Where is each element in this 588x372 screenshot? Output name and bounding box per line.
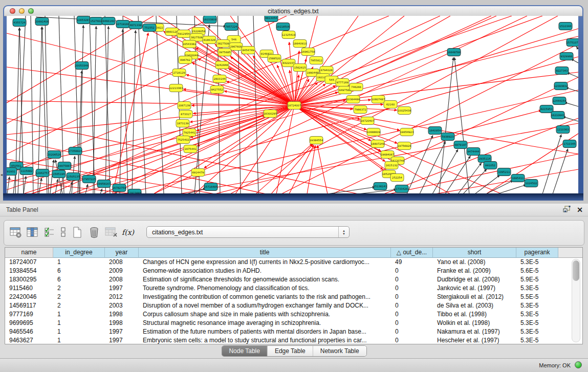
close-icon[interactable]: ✕: [577, 206, 583, 214]
graph-node[interactable]: 7925441: [183, 129, 196, 137]
table-row[interactable]: 969969511998Structural magnetic resonanc…: [5, 319, 582, 327]
graph-node[interactable]: 8660128: [165, 28, 179, 36]
delete-table-icon[interactable]: [104, 225, 118, 239]
graph-node[interactable]: 9777169: [336, 79, 349, 86]
unselect-all-icon[interactable]: [60, 225, 67, 239]
graph-node[interactable]: 19384554: [310, 137, 323, 144]
graph-node[interactable]: 16961758: [301, 48, 315, 56]
graph-node[interactable]: 3827508: [216, 40, 230, 48]
graph-node[interactable]: 18300295: [264, 110, 277, 118]
graph-node[interactable]: 8186328: [203, 36, 216, 44]
graph-node[interactable]: 10807487: [372, 96, 385, 103]
graph-node[interactable]: 1710345: [563, 140, 576, 148]
graph-node[interactable]: 7986372: [354, 106, 367, 114]
table-row[interactable]: 1938455462009Genome-wide association stu…: [5, 267, 582, 275]
graph-node[interactable]: 16210643: [551, 112, 564, 119]
graph-node[interactable]: 746266: [350, 83, 363, 91]
graph-node[interactable]: 20364486: [346, 96, 360, 103]
panel-collapse-arrow[interactable]: ◂: [1, 173, 3, 177]
tab-node-table[interactable]: Node Table: [222, 346, 268, 356]
graph-node[interactable]: 1873139: [176, 120, 189, 127]
graph-node[interactable]: 16648784: [447, 49, 461, 56]
graph-node[interactable]: 6466140: [102, 17, 115, 25]
graph-node[interactable]: 19654923: [400, 128, 413, 136]
graph-node[interactable]: 4355724: [13, 19, 26, 27]
graph-node[interactable]: 18724007: [288, 102, 301, 110]
column-header-in_degree[interactable]: in_degree: [53, 248, 105, 258]
graph-node[interactable]: 8813054: [265, 16, 278, 22]
graph-node[interactable]: 16782759: [113, 184, 126, 192]
graph-node[interactable]: 19975887: [58, 162, 71, 170]
graph-node[interactable]: 1640954: [428, 127, 442, 135]
graph-node[interactable]: 1695411: [511, 174, 525, 182]
graph-node[interactable]: 6794028: [320, 67, 333, 74]
graph-node[interactable]: 7955812: [310, 57, 323, 64]
select-all-icon[interactable]: [43, 225, 56, 239]
graph-node[interactable]: 1095211: [497, 168, 511, 176]
graph-node[interactable]: 12213383: [169, 84, 183, 92]
graph-node[interactable]: 20206526: [48, 151, 61, 159]
graph-node[interactable]: 18807249: [371, 140, 384, 148]
graph-node[interactable]: 17957225: [82, 176, 96, 183]
graph-node[interactable]: 6879197: [454, 141, 467, 149]
table-row[interactable]: 1872400712008Changes of HCN gene express…: [5, 258, 582, 267]
graph-node[interactable]: 20691406: [35, 18, 49, 26]
graph-node[interactable]: 10025438: [398, 107, 411, 115]
table-row[interactable]: 946554611997Estimation of the future num…: [5, 327, 582, 336]
graph-node[interactable]: 8454749: [242, 47, 255, 54]
table-row[interactable]: 946362711997Embryonic stem cells: a mode…: [5, 336, 582, 344]
graph-node[interactable]: 873317: [179, 111, 192, 118]
graph-node[interactable]: 15136141: [374, 183, 387, 190]
column-visibility-icon[interactable]: [26, 225, 39, 239]
graph-node[interactable]: 391931: [7, 168, 17, 176]
graph-node[interactable]: 1024502: [525, 180, 538, 187]
graph-node[interactable]: 252254: [390, 174, 404, 182]
graph-node[interactable]: 9227343: [555, 67, 569, 75]
graph-node[interactable]: 10688609: [367, 128, 380, 136]
graph-node[interactable]: 1675441: [184, 145, 197, 153]
graph-node[interactable]: 1588520: [268, 55, 281, 62]
graph-node[interactable]: 1527602: [90, 17, 103, 25]
graph-node[interactable]: 1210363: [556, 126, 570, 134]
graph-node[interactable]: 1510344: [559, 23, 572, 30]
scrollbar-thumb[interactable]: [573, 260, 579, 281]
column-header-pagerank[interactable]: pagerank: [516, 248, 558, 258]
tab-network-table[interactable]: Network Table: [313, 346, 366, 356]
graph-node[interactable]: 8427552: [210, 86, 224, 94]
column-header-title[interactable]: title: [139, 248, 391, 258]
graph-node[interactable]: 10653287: [77, 16, 90, 24]
graph-node[interactable]: 15751074: [567, 39, 578, 47]
graph-node[interactable]: 12923448: [128, 189, 141, 194]
graph-node[interactable]: 7857224: [225, 23, 238, 31]
column-header-short[interactable]: short: [433, 248, 516, 258]
table-row[interactable]: 911546021997Tourette syndrome. Phenomeno…: [5, 284, 582, 293]
graph-node[interactable]: 19958167: [97, 180, 111, 188]
graph-node[interactable]: 751552: [143, 24, 156, 32]
table-row[interactable]: 1456911722003Disruption of a novel membe…: [5, 301, 582, 310]
graph-node[interactable]: 5912954: [177, 30, 190, 38]
graph-node[interactable]: 9474444: [467, 148, 480, 156]
table-mode-icon[interactable]: [9, 225, 23, 239]
graph-node[interactable]: 5938923: [441, 133, 454, 141]
graph-node[interactable]: 12444154: [553, 97, 567, 105]
graph-node[interactable]: 15716485: [204, 183, 217, 191]
graph-node[interactable]: 8215953: [540, 105, 553, 113]
delete-icon[interactable]: [88, 225, 101, 239]
graph-node[interactable]: 1733426: [395, 185, 408, 193]
table-scrollbar[interactable]: [572, 259, 580, 342]
column-header-name[interactable]: name: [5, 248, 53, 258]
graph-node[interactable]: 9242848: [215, 61, 229, 69]
table-row[interactable]: 977716911998Corpus callosum shape and si…: [5, 310, 582, 319]
graph-node[interactable]: 9329966: [560, 53, 573, 60]
column-header-year[interactable]: year: [105, 248, 139, 258]
graph-node[interactable]: 6914479: [191, 169, 205, 177]
graph-node[interactable]: 7525402: [177, 136, 190, 144]
graph-node[interactable]: 16033809: [203, 16, 216, 24]
graph-node[interactable]: 1615132: [385, 162, 398, 169]
column-header-out_de[interactable]: △ out_de...: [391, 248, 433, 258]
graph-node[interactable]: 19218506: [276, 23, 290, 31]
graph-node[interactable]: 16543382: [183, 40, 196, 48]
float-window-icon[interactable]: [563, 205, 571, 214]
new-file-icon[interactable]: [71, 225, 84, 239]
graph-node[interactable]: 1545194: [52, 170, 66, 178]
